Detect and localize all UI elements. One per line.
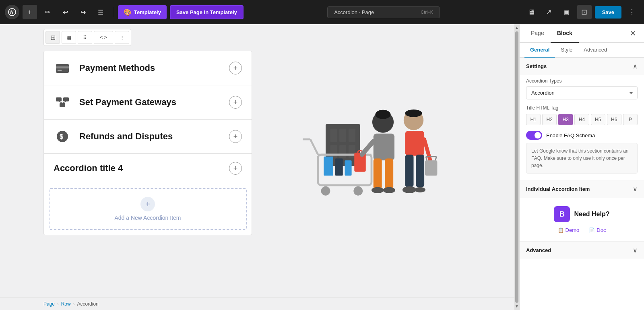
scroll-thumb[interactable] — [515, 31, 518, 303]
settings-section: Settings ∧ Accordion Types Accordion Tit… — [520, 58, 644, 180]
tab-block[interactable]: Block — [551, 24, 579, 43]
svg-rect-42 — [425, 160, 437, 176]
toggle-knob — [535, 132, 541, 138]
canvas: Payment Methods + — [0, 51, 519, 251]
add-button[interactable]: + — [23, 5, 37, 19]
add-new-accordion-item[interactable]: + Add a New Accordion Item — [49, 188, 247, 230]
demo-link[interactable]: 📋 Demo — [558, 227, 580, 233]
close-panel-button[interactable]: ✕ — [627, 27, 639, 39]
svg-rect-29 — [345, 160, 352, 176]
accordion-item-left: Set Payment Gateways — [54, 93, 176, 111]
advanced-section-header[interactable]: Advanced ∨ — [520, 242, 644, 259]
undo-button[interactable]: ↩ — [58, 5, 72, 19]
need-help-title: Need Help? — [574, 211, 609, 218]
svg-rect-28 — [335, 158, 343, 176]
desktop-view-button[interactable]: 🖥 — [524, 5, 539, 19]
svg-rect-34 — [374, 158, 382, 189]
block-toolbar-row: ⊞ ▦ ⠿ < > ⋮ — [0, 24, 519, 51]
right-panel: Page Block ✕ General Style Advanced Sett… — [519, 24, 644, 310]
svg-rect-4 — [58, 70, 62, 71]
html-tag-label: Title HTML Tag — [526, 105, 638, 111]
blocks-button[interactable]: ▣ — [559, 5, 574, 19]
individual-accordion-header[interactable]: Individual Accordion Item ∨ — [520, 180, 644, 198]
accordion-item[interactable]: Payment Methods + — [44, 51, 252, 85]
individual-accordion-section: Individual Accordion Item ∨ — [520, 180, 644, 198]
accordion-item[interactable]: $ Refunds and Disputes + — [44, 120, 252, 154]
save-templately-button[interactable]: Save Page In Templately — [170, 5, 244, 19]
block-drag-button[interactable]: ⠿ — [78, 31, 92, 44]
toolbar-right: 🖥 ↗ ▣ ⊡ Save ⋮ — [524, 5, 639, 19]
panel-body: Settings ∧ Accordion Types Accordion Tit… — [520, 58, 644, 310]
block-align-button[interactable]: ▦ — [62, 31, 76, 44]
settings-section-header[interactable]: Settings ∧ — [520, 58, 644, 75]
payment-methods-icon — [54, 59, 71, 77]
tab-style[interactable]: Style — [555, 43, 578, 58]
svg-rect-32 — [374, 133, 394, 160]
settings-tabs: General Style Advanced — [520, 43, 644, 58]
doc-link[interactable]: 📄 Doc — [589, 227, 606, 233]
svg-rect-6 — [63, 97, 69, 101]
block-chevron-button[interactable]: < > — [94, 31, 113, 44]
breadcrumb-row[interactable]: Row — [61, 301, 71, 307]
svg-rect-16 — [330, 145, 337, 158]
accordion-widget: Payment Methods + — [43, 51, 252, 235]
templately-button[interactable]: 🎨 Templately — [118, 5, 167, 19]
accordion-item-1-expand[interactable]: + — [229, 62, 242, 74]
illustration-area — [252, 51, 476, 235]
svg-rect-3 — [56, 66, 69, 68]
accordion-types-label: Accordion Types — [526, 78, 638, 84]
enable-faq-toggle[interactable] — [526, 131, 542, 140]
doc-icon: 📄 — [589, 227, 595, 233]
more-options-button[interactable]: ⋮ — [625, 5, 639, 19]
breadcrumb-accordion[interactable]: Accordion — [77, 301, 98, 307]
scroll-down-button[interactable]: ▼ — [515, 304, 519, 308]
block-more-button[interactable]: ⋮ — [115, 31, 129, 44]
tab-page[interactable]: Page — [524, 24, 551, 43]
tab-advanced[interactable]: Advanced — [578, 43, 613, 58]
svg-rect-17 — [339, 145, 346, 158]
svg-rect-40 — [405, 131, 425, 156]
individual-chevron-icon: ∨ — [633, 185, 638, 193]
external-link-button[interactable]: ↗ — [542, 5, 556, 19]
need-help-links: 📋 Demo 📄 Doc — [558, 227, 606, 233]
svg-text:$: $ — [60, 133, 63, 140]
breadcrumb-sep-2: › — [73, 302, 75, 306]
need-help-header: B Need Help? — [554, 206, 609, 222]
individual-accordion-title: Individual Accordion Item — [526, 186, 590, 192]
scroll-up-button[interactable]: ▲ — [515, 26, 519, 30]
block-type-button[interactable]: ⊞ — [45, 31, 60, 44]
accordion-item-3-expand[interactable]: + — [229, 130, 242, 143]
svg-rect-47 — [416, 155, 424, 187]
html-tag-section: Title HTML Tag H1 H2 H3 H4 H5 H6 P — [526, 105, 638, 125]
save-button[interactable]: Save — [595, 6, 621, 19]
svg-point-39 — [405, 109, 422, 117]
pen-button[interactable]: ✏ — [40, 5, 55, 19]
accordion-item-4-expand[interactable]: + — [229, 162, 242, 175]
svg-line-9 — [62, 101, 66, 103]
accordion-item-1-title: Payment Methods — [79, 63, 155, 73]
templately-label: Templately — [134, 9, 161, 15]
wp-logo[interactable]: W — [5, 5, 19, 19]
tab-general[interactable]: General — [524, 43, 555, 58]
menu-button[interactable]: ☰ — [93, 5, 108, 19]
sidebar-toggle-button[interactable]: ⊡ — [577, 5, 592, 19]
html-tag-h5[interactable]: H5 — [591, 114, 605, 125]
accordion-item-2-expand[interactable]: + — [229, 96, 242, 109]
redo-button[interactable]: ↪ — [76, 5, 90, 19]
breadcrumb-page[interactable]: Page — [43, 301, 55, 307]
settings-chevron-icon: ∧ — [633, 62, 638, 70]
html-tag-h6[interactable]: H6 — [607, 114, 621, 125]
html-tag-h2[interactable]: H2 — [542, 114, 557, 125]
svg-line-8 — [59, 101, 62, 103]
html-tag-h1[interactable]: H1 — [526, 114, 541, 125]
html-tag-h3[interactable]: H3 — [558, 114, 573, 125]
svg-rect-46 — [405, 155, 414, 187]
page-name-bar[interactable]: Accordion · Page Ctrl+K — [327, 6, 440, 18]
accordion-item[interactable]: Set Payment Gateways + — [44, 85, 252, 120]
html-tag-p[interactable]: P — [623, 114, 638, 125]
accordion-item[interactable]: Accordion title 4 + — [44, 154, 252, 183]
svg-point-48 — [402, 186, 416, 193]
main-area: ▲ ▼ ⊞ ▦ ⠿ < > ⋮ — [0, 24, 644, 310]
html-tag-h4[interactable]: H4 — [574, 114, 589, 125]
accordion-type-select[interactable]: Accordion — [526, 86, 638, 99]
